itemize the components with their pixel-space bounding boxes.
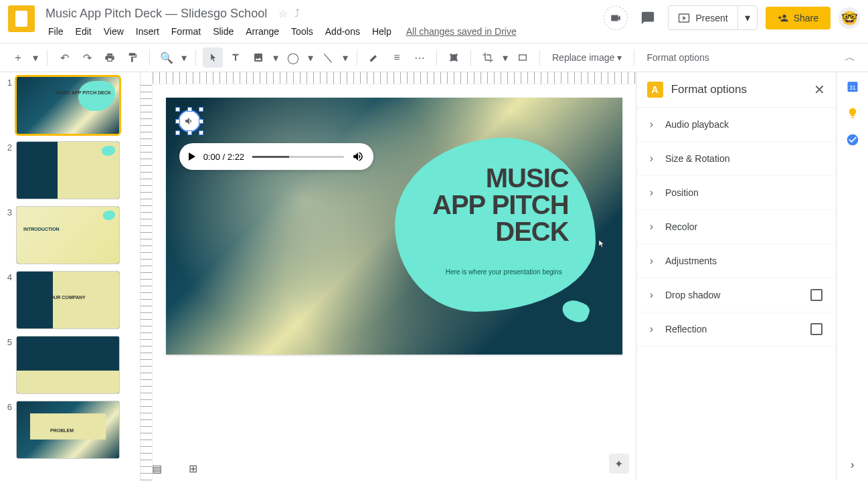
present-dropdown[interactable]: ▾: [737, 6, 757, 29]
right-rail: 31 ›: [836, 72, 868, 480]
replace-image-button[interactable]: Replace image ▾: [547, 48, 627, 67]
audio-player[interactable]: 0:00 / 2:22: [179, 143, 373, 170]
format-options-button[interactable]: Format options: [641, 48, 714, 67]
mask-button[interactable]: [513, 47, 533, 68]
audio-object[interactable]: [178, 110, 201, 132]
reflection-checkbox[interactable]: [810, 323, 822, 335]
slide-thumb-5[interactable]: [16, 336, 120, 394]
close-icon[interactable]: ✕: [814, 82, 825, 98]
grid-view-icon[interactable]: ⊞: [183, 460, 203, 476]
option-adjustments[interactable]: › Adjustments: [636, 244, 836, 278]
slide-subtitle[interactable]: Here is where your presentation begins: [446, 268, 562, 276]
thumb-number: 3: [4, 206, 16, 217]
new-slide-dropdown[interactable]: ▾: [31, 47, 40, 68]
menu-tools[interactable]: Tools: [286, 23, 319, 39]
chevron-right-icon: ›: [650, 289, 653, 301]
image-dropdown[interactable]: ▾: [271, 47, 280, 68]
menu-addons[interactable]: Add-ons: [320, 23, 365, 39]
account-avatar[interactable]: 🤓: [839, 7, 860, 29]
format-options-panel: A Format options ✕ › Audio playback › Si…: [636, 72, 836, 480]
person-add-icon: [778, 13, 788, 23]
line-tool[interactable]: ＼: [318, 47, 338, 68]
option-recolor[interactable]: › Recolor: [636, 210, 836, 244]
chevron-right-icon: ›: [650, 153, 653, 165]
star-icon[interactable]: ☆: [278, 7, 288, 20]
toolbar-collapse-icon[interactable]: ︿: [840, 47, 860, 68]
slide-thumb-3[interactable]: INTRODUCTION: [16, 206, 120, 264]
slides-logo[interactable]: [8, 5, 35, 32]
drop-shadow-checkbox[interactable]: [810, 289, 822, 301]
share-button[interactable]: Share: [766, 7, 831, 29]
menu-slide[interactable]: Slide: [207, 23, 239, 39]
meet-icon[interactable]: [604, 6, 628, 30]
chevron-right-icon: ›: [650, 118, 653, 130]
volume-icon[interactable]: [352, 151, 364, 163]
crop-dropdown[interactable]: ▾: [501, 47, 510, 68]
slide-thumb-4[interactable]: OUR COMPANY: [16, 271, 120, 329]
border-color-button[interactable]: [364, 47, 384, 68]
menu-format[interactable]: Format: [166, 23, 206, 39]
audio-progress[interactable]: [252, 156, 344, 158]
present-button[interactable]: Present ▾: [668, 5, 757, 30]
chevron-right-icon: ›: [650, 187, 653, 199]
menu-arrange[interactable]: Arrange: [240, 23, 284, 39]
calendar-icon[interactable]: 31: [845, 79, 860, 94]
comments-icon[interactable]: [636, 6, 660, 30]
undo-button[interactable]: ↶: [54, 47, 74, 68]
print-button[interactable]: [100, 47, 120, 68]
svg-text:31: 31: [849, 84, 856, 91]
redo-button[interactable]: ↷: [77, 47, 97, 68]
thumb-number: 4: [4, 271, 16, 282]
svg-point-3: [847, 134, 858, 146]
option-reflection[interactable]: › Reflection: [636, 312, 836, 347]
format-options-title: Format options: [671, 83, 806, 96]
filmstrip-view-icon[interactable]: ▤: [147, 460, 167, 476]
keep-icon[interactable]: [845, 106, 860, 120]
menu-edit[interactable]: Edit: [70, 23, 97, 39]
thumb-number: 5: [4, 336, 16, 347]
explore-button[interactable]: ✦: [609, 454, 629, 474]
slide-title[interactable]: MUSIC APP PITCH DECK: [432, 165, 569, 245]
chevron-right-icon: ›: [650, 323, 653, 335]
border-weight-button[interactable]: ≡: [387, 47, 407, 68]
zoom-button[interactable]: 🔍: [157, 47, 177, 68]
slide-thumb-2[interactable]: [16, 141, 120, 199]
filmstrip[interactable]: 1 MUSIC APP PITCH DECK 2 3 INTRODUCTION …: [0, 72, 141, 480]
zoom-dropdown[interactable]: ▾: [179, 47, 189, 68]
option-audio-playback[interactable]: › Audio playback: [636, 108, 836, 142]
border-dash-button[interactable]: ⋯: [410, 47, 430, 68]
select-tool[interactable]: [203, 47, 223, 68]
option-size-rotation[interactable]: › Size & Rotation: [636, 142, 836, 176]
slide-thumb-1[interactable]: MUSIC APP PITCH DECK: [16, 76, 120, 134]
move-icon[interactable]: ⤴: [294, 7, 300, 20]
shape-tool[interactable]: ◯: [283, 47, 303, 68]
slide-canvas[interactable]: MUSIC APP PITCH DECK Here is where your …: [166, 98, 622, 355]
show-side-panel-icon[interactable]: ›: [845, 458, 860, 472]
chevron-right-icon: ›: [650, 221, 653, 233]
save-status[interactable]: All changes saved in Drive: [406, 26, 517, 37]
menu-help[interactable]: Help: [367, 23, 397, 39]
image-tool[interactable]: [248, 47, 268, 68]
crop-image-button[interactable]: [444, 47, 464, 68]
new-slide-button[interactable]: ＋: [8, 47, 28, 68]
option-drop-shadow[interactable]: › Drop shadow: [636, 278, 836, 312]
slide-thumb-6[interactable]: PROBLEM: [16, 401, 120, 459]
canvas-area[interactable]: MUSIC APP PITCH DECK Here is where your …: [141, 72, 636, 480]
textbox-tool[interactable]: [226, 47, 246, 68]
crop-button[interactable]: [478, 47, 498, 68]
tasks-icon[interactable]: [845, 132, 860, 147]
menu-file[interactable]: File: [43, 23, 69, 39]
audio-time: 0:00 / 2:22: [203, 152, 244, 162]
menu-insert[interactable]: Insert: [131, 23, 165, 39]
play-icon[interactable]: [189, 153, 195, 161]
format-options-icon: A: [647, 82, 663, 98]
thumb-number: 1: [4, 76, 16, 88]
option-position[interactable]: › Position: [636, 176, 836, 210]
line-dropdown[interactable]: ▾: [341, 47, 350, 68]
doc-title[interactable]: Music App Pitch Deck — Slidesgo School: [43, 5, 270, 22]
menubar: File Edit View Insert Format Slide Arran…: [43, 23, 604, 39]
thumb-number: 6: [4, 401, 16, 412]
menu-view[interactable]: View: [98, 23, 129, 39]
paint-format-button[interactable]: [122, 47, 143, 68]
shape-dropdown[interactable]: ▾: [306, 47, 315, 68]
